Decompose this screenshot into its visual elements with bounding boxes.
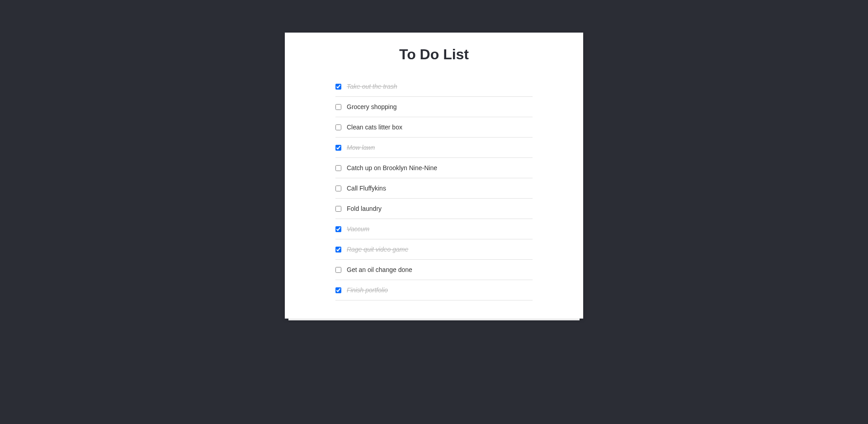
- todo-list: Take out the trashGrocery shoppingClean …: [310, 76, 558, 300]
- page-title: To Do List: [310, 46, 558, 63]
- todo-checkbox[interactable]: [335, 247, 341, 252]
- todo-checkbox[interactable]: [335, 124, 341, 130]
- card-stack: To Do List Take out the trashGrocery sho…: [285, 33, 583, 319]
- todo-item: Take out the trash: [335, 76, 533, 97]
- todo-checkbox[interactable]: [335, 145, 341, 151]
- todo-item: Finish portfolio: [335, 280, 533, 300]
- todo-checkbox[interactable]: [335, 165, 341, 171]
- todo-item: Call Fluffykins: [335, 178, 533, 199]
- todo-label[interactable]: Rage quit video game: [347, 246, 408, 253]
- todo-label[interactable]: Get an oil change done: [347, 266, 412, 273]
- todo-item: Catch up on Brooklyn Nine-Nine: [335, 158, 533, 178]
- todo-label[interactable]: Grocery shopping: [347, 103, 397, 110]
- todo-label[interactable]: Vaccum: [347, 225, 369, 233]
- todo-checkbox[interactable]: [335, 206, 341, 212]
- todo-checkbox[interactable]: [335, 226, 341, 232]
- todo-item: Mow lawn: [335, 138, 533, 158]
- todo-label[interactable]: Mow lawn: [347, 144, 375, 151]
- todo-label[interactable]: Catch up on Brooklyn Nine-Nine: [347, 164, 437, 172]
- todo-label[interactable]: Fold laundry: [347, 205, 382, 212]
- todo-label[interactable]: Finish portfolio: [347, 286, 388, 294]
- todo-card: To Do List Take out the trashGrocery sho…: [285, 33, 583, 319]
- todo-item: Rage quit video game: [335, 239, 533, 260]
- todo-item: Clean cats litter box: [335, 117, 533, 138]
- todo-checkbox[interactable]: [335, 267, 341, 273]
- todo-item: Get an oil change done: [335, 260, 533, 280]
- todo-item: Vaccum: [335, 219, 533, 239]
- todo-checkbox[interactable]: [335, 104, 341, 110]
- todo-checkbox[interactable]: [335, 84, 341, 90]
- todo-label[interactable]: Clean cats litter box: [347, 124, 402, 131]
- todo-checkbox[interactable]: [335, 186, 341, 191]
- todo-checkbox[interactable]: [335, 287, 341, 293]
- todo-item: Grocery shopping: [335, 97, 533, 117]
- todo-label[interactable]: Take out the trash: [347, 83, 397, 90]
- todo-item: Fold laundry: [335, 199, 533, 219]
- todo-label[interactable]: Call Fluffykins: [347, 185, 386, 192]
